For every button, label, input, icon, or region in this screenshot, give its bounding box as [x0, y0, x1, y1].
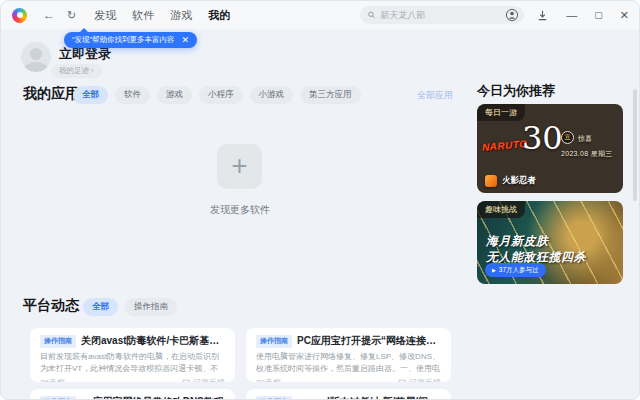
scrollbar[interactable] — [633, 89, 637, 201]
calendar-date: 2023.08 星期三 — [561, 149, 613, 159]
filter-games[interactable]: 游戏 — [157, 86, 192, 104]
discover-tooltip: “发现”帮助你找到更多丰富内容 ✕ — [64, 32, 197, 48]
play-icon: ▶ — [492, 267, 496, 273]
article-body: 使用电脑管家进行网络修复、修复LSP、修改DNS、校准系统时间等操作，然后重启路… — [256, 351, 441, 375]
my-apps-title: 我的应用 — [23, 85, 79, 103]
add-software-button[interactable]: + — [217, 144, 262, 189]
back-icon[interactable]: ← — [43, 9, 55, 21]
challenge-text: 海月新皮肤 无人能敌狂揽四杀 — [486, 233, 586, 265]
chat-bubble-icon — [182, 379, 190, 383]
feedback-link[interactable]: 问题反馈 — [182, 377, 225, 382]
game-row: 火影忍者 — [485, 175, 536, 187]
seal-tag: 惊喜 — [578, 134, 592, 144]
article-card[interactable]: 操作指南 opengl版本过低/太新/花屏/闪退，升级显卡驱动… — [246, 389, 451, 400]
filter-thirdparty[interactable]: 第三方应用 — [300, 86, 361, 104]
minimize-button[interactable]: — — [566, 10, 577, 21]
recommend-title: 今日为你推荐 — [477, 82, 555, 100]
titlebar: ← ↻ 发现 软件 游戏 我的 — ▢ ✕ — [1, 1, 639, 29]
tab-mine[interactable]: 我的 — [208, 8, 230, 23]
feedback-link[interactable]: 问题反馈 — [398, 377, 441, 382]
article-tag: 操作指南 — [40, 396, 76, 400]
article-card[interactable]: 操作指南 关闭avast防毒软件/卡巴斯基减少卡顿现象 目前发现装有avast防… — [30, 328, 235, 382]
article-time: 26天前 — [40, 377, 65, 382]
feed-filter-all[interactable]: 全部 — [83, 298, 118, 316]
my-footprint-link[interactable]: 我的足迹 › — [51, 64, 102, 78]
article-card[interactable]: 操作指南 pc应用宝网络异常修改DNS教程 — [30, 389, 235, 400]
tooltip-text: “发现”帮助你找到更多丰富内容 — [72, 32, 175, 48]
discover-more-label: 发现更多软件 — [151, 203, 329, 217]
challenge-stat-pill: ▶ 37万人参与过 — [485, 263, 546, 277]
filter-all[interactable]: 全部 — [73, 86, 108, 104]
article-tag: 操作指南 — [40, 335, 76, 348]
article-tag: 操作指南 — [256, 396, 292, 400]
article-title: PC应用宝打开提示“网络连接错误” — [297, 334, 441, 348]
tab-software[interactable]: 软件 — [132, 8, 154, 23]
article-tag: 操作指南 — [256, 335, 292, 348]
refresh-icon[interactable]: ↻ — [67, 10, 76, 21]
article-body: 目前发现装有avast防毒软件的电脑，在启动后识别为未打开VT，此种情况会导致模… — [40, 351, 225, 375]
user-account-icon[interactable] — [505, 8, 519, 22]
article-title: 关闭avast防毒软件/卡巴斯基减少卡顿现象 — [81, 334, 225, 348]
chat-bubble-icon — [398, 379, 406, 383]
article-title: pc应用宝网络异常修改DNS教程 — [81, 395, 224, 400]
maximize-button[interactable]: ▢ — [594, 11, 603, 20]
app-logo-icon[interactable] — [12, 8, 27, 23]
app-window: ← ↻ 发现 软件 游戏 我的 — ▢ ✕ “发现”帮助你找到更多丰富内容 ✕ … — [0, 0, 640, 400]
nav-tabs: 发现 软件 游戏 我的 — [94, 8, 230, 23]
feed-title: 平台动态 — [23, 297, 79, 315]
titlebar-actions: — ▢ ✕ — [505, 1, 629, 29]
game-icon — [485, 175, 497, 187]
feed-filter-guides[interactable]: 操作指南 — [125, 298, 177, 316]
seal-icon: 宜 — [561, 131, 574, 144]
download-icon[interactable] — [536, 9, 549, 22]
filter-minigames[interactable]: 小游戏 — [250, 86, 294, 104]
close-button[interactable]: ✕ — [620, 10, 629, 21]
feed-filters: 全部 操作指南 — [83, 298, 177, 316]
tab-discover[interactable]: 发现 — [94, 8, 116, 23]
search-input[interactable] — [380, 10, 516, 20]
plus-icon: + — [231, 152, 247, 180]
filter-miniprograms[interactable]: 小程序 — [199, 86, 243, 104]
daily-game-badge: 每日一游 — [477, 104, 525, 121]
search-box[interactable] — [360, 6, 524, 24]
my-apps-filters: 全部 软件 游戏 小程序 小游戏 第三方应用 — [73, 86, 361, 104]
tab-games[interactable]: 游戏 — [170, 8, 192, 23]
article-title: opengl版本过低/太新/花屏/闪退，升级显卡驱动… — [297, 395, 441, 400]
all-apps-link[interactable]: 全部应用 — [417, 89, 453, 102]
calendar-day: 30 — [522, 119, 563, 157]
filter-software[interactable]: 软件 — [115, 86, 150, 104]
tooltip-close-icon[interactable]: ✕ — [182, 32, 190, 48]
article-time: 29天前 — [256, 377, 281, 382]
challenge-stat: 37万人参与过 — [499, 266, 539, 275]
article-card[interactable]: 操作指南 PC应用宝打开提示“网络连接错误” 使用电脑管家进行网络修复、修复LS… — [246, 328, 451, 382]
avatar[interactable] — [21, 42, 51, 72]
challenge-card[interactable]: 趣味挑战 海月新皮肤 无人能敌狂揽四杀 ▶ 37万人参与过 — [477, 201, 623, 284]
daily-game-card[interactable]: 每日一游 NARUTO 30 宜 惊喜 2023.08 星期三 火影忍者 — [477, 104, 623, 193]
search-icon — [368, 11, 375, 19]
challenge-badge: 趣味挑战 — [477, 201, 525, 218]
game-name: 火影忍者 — [502, 175, 536, 187]
